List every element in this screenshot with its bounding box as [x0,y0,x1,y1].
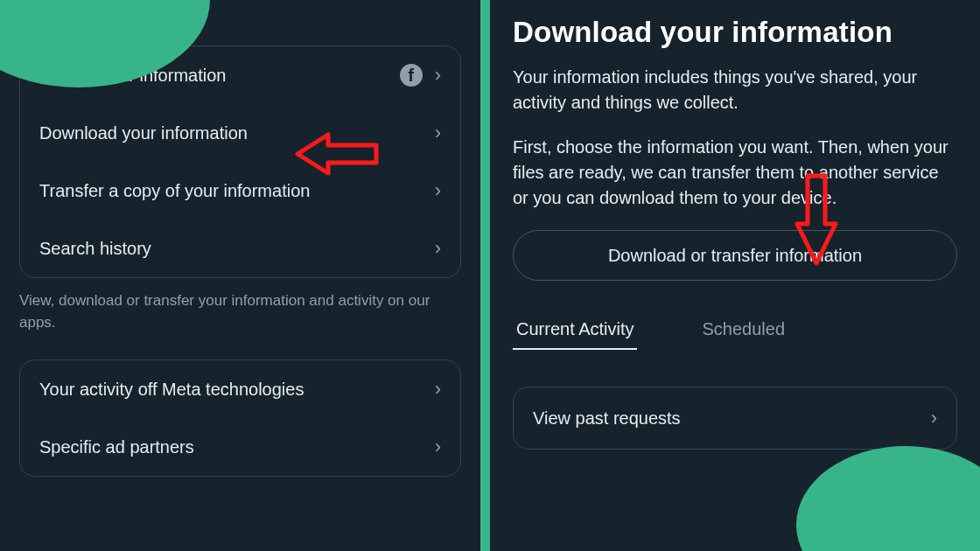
intro-paragraph-2: First, choose the information you want. … [513,135,957,211]
tab-current-activity[interactable]: Current Activity [513,310,637,350]
chevron-right-icon: › [435,378,441,401]
row-label: Your activity off Meta technologies [39,380,435,400]
chevron-right-icon: › [931,407,937,429]
chevron-right-icon: › [435,237,441,260]
chevron-right-icon: › [435,122,441,144]
past-requests-card: View past requests › [513,387,957,450]
row-ad-partners[interactable]: Specific ad partners › [20,418,460,476]
chevron-right-icon: › [435,436,441,458]
row-view-past-requests[interactable]: View past requests › [514,387,956,449]
row-activity-off-meta[interactable]: Your activity off Meta technologies › [20,360,460,418]
helper-text: View, download or transfer your informat… [19,290,461,333]
activity-tabs: Current Activity Scheduled [513,310,957,350]
chevron-right-icon: › [435,64,441,87]
row-label: View past requests [533,408,931,429]
row-label: Specific ad partners [39,437,435,457]
row-label: Search history [39,239,435,259]
facebook-icon: f [400,64,423,87]
row-transfer-info[interactable]: Transfer a copy of your information › [20,162,460,220]
row-download-info[interactable]: Download your information › [20,104,460,162]
svg-marker-1 [797,176,836,263]
info-card-2: Your activity off Meta technologies › Sp… [19,359,461,477]
row-label: Transfer a copy of your information [39,181,435,201]
download-or-transfer-button[interactable]: Download or transfer information [513,230,957,281]
svg-marker-0 [298,135,376,173]
intro-paragraph-1: Your information includes things you've … [513,65,957,115]
page-title: Download your information [513,16,957,49]
annotation-arrow-left-icon [293,128,381,180]
tab-scheduled[interactable]: Scheduled [698,310,788,350]
annotation-arrow-down-icon [790,171,843,268]
row-search-history[interactable]: Search history › [20,220,460,277]
chevron-right-icon: › [435,179,441,202]
